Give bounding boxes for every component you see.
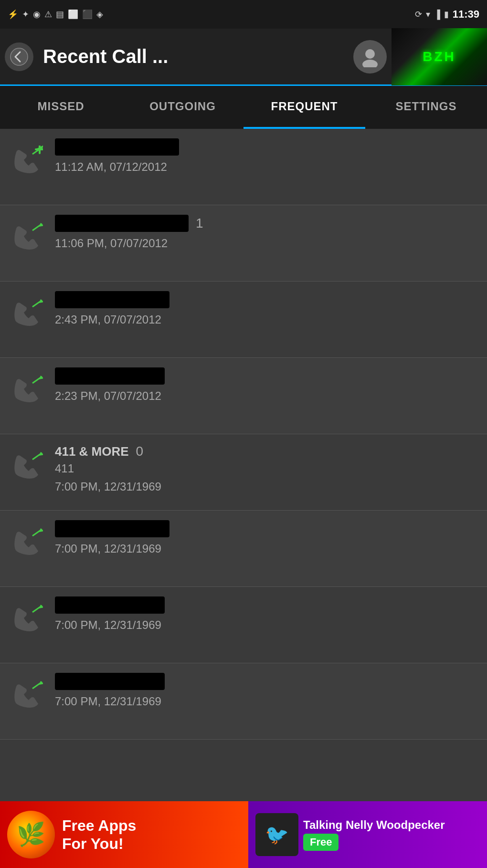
call-outgoing-icon [7, 220, 45, 258]
call-info: 7:00 PM, 12/31/1969 [55, 673, 480, 708]
call-name-redacted [55, 138, 179, 156]
call-info: 7:00 PM, 12/31/1969 [55, 520, 480, 555]
thumbnail-art: BZH [392, 28, 487, 85]
call-timestamp: 7:00 PM, 12/31/1969 [55, 480, 480, 493]
call-outgoing-icon [7, 525, 45, 563]
banner-left-text: Free Apps For You! [62, 816, 136, 853]
call-timestamp: 11:12 AM, 07/12/2012 [55, 160, 480, 174]
signal-bars-icon: ▐ [434, 10, 440, 20]
header-thumbnail: BZH [392, 28, 487, 85]
call-timestamp: 11:06 PM, 07/07/2012 [55, 237, 480, 250]
banner-right-image: 🐦 [255, 813, 298, 856]
call-name-row [55, 673, 480, 690]
bluetooth-icon: ✦ [22, 9, 29, 20]
call-item[interactable]: 7:00 PM, 12/31/1969 [0, 663, 487, 740]
status-time: 11:39 [453, 8, 479, 21]
call-outgoing-icon [7, 678, 45, 716]
banner-right-content: Talking Nelly Woodpecker Free [303, 818, 480, 851]
usb-icon: ⚡ [8, 9, 18, 20]
call-name-redacted [55, 596, 165, 614]
call-list: 11:12 AM, 07/12/2012 1 11:06 PM, 07/07/2… [0, 129, 487, 801]
call-count: 1 [196, 216, 203, 231]
call-item[interactable]: 11:12 AM, 07/12/2012 [0, 129, 487, 205]
tab-settings[interactable]: SETTINGS [365, 86, 487, 129]
banner-right-title: Talking Nelly Woodpecker [303, 818, 480, 832]
call-name-row [55, 520, 480, 537]
call-timestamp: 2:43 PM, 07/07/2012 [55, 313, 480, 326]
call-count: 0 [136, 444, 144, 459]
call-timestamp: 7:00 PM, 12/31/1969 [55, 695, 480, 708]
status-icons-right: ⟳ ▾ ▐ ▮ 11:39 [415, 8, 479, 21]
banner-free-button[interactable]: Free [303, 834, 339, 851]
call-name-row [55, 291, 480, 308]
call-info: 2:23 PM, 07/07/2012 [55, 367, 480, 403]
banner-ad[interactable]: 🌿 Free Apps For You! 🐦 Talking Nelly Woo… [0, 801, 487, 868]
call-name-row [55, 596, 480, 614]
image-icon: ⬜ [68, 9, 78, 20]
call-label: 411 & MORE [55, 444, 129, 459]
status-icons-left: ⚡ ✦ ◉ ⚠ ▤ ⬜ ⬛ ◈ [8, 9, 103, 20]
header: Recent Call ... BZH [0, 29, 487, 86]
app-icon: ◈ [96, 9, 103, 20]
contact-icon-button[interactable] [349, 29, 392, 84]
call-outgoing-icon [7, 601, 45, 639]
back-button[interactable] [0, 29, 38, 84]
call-info: 1 11:06 PM, 07/07/2012 [55, 215, 480, 250]
call-name-row [55, 367, 480, 385]
banner-right[interactable]: 🐦 Talking Nelly Woodpecker Free [248, 801, 487, 868]
call-info: 2:43 PM, 07/07/2012 [55, 291, 480, 326]
alert-icon: ⚠ [44, 9, 52, 20]
contact-avatar [353, 40, 387, 73]
banner-left[interactable]: 🌿 Free Apps For You! [0, 801, 248, 868]
call-outgoing-icon [7, 296, 45, 334]
call-outgoing-icon [7, 449, 45, 487]
svg-point-1 [365, 49, 375, 59]
tab-outgoing[interactable]: OUTGOING [122, 86, 244, 129]
tab-missed[interactable]: MISSED [0, 86, 122, 129]
wifi-icon: ▾ [426, 9, 430, 20]
tab-frequent[interactable]: FREQUENT [244, 86, 365, 129]
page-title: Recent Call ... [38, 46, 349, 67]
call-item[interactable]: 2:43 PM, 07/07/2012 [0, 282, 487, 358]
thumbnail-text: BZH [423, 49, 456, 64]
call-name-row [55, 138, 480, 156]
call-info: 7:00 PM, 12/31/1969 [55, 596, 480, 632]
banner-left-icon: 🌿 [7, 811, 55, 858]
battery-icon: ▮ [444, 9, 449, 20]
svg-point-2 [362, 60, 378, 67]
call-item[interactable]: 1 11:06 PM, 07/07/2012 [0, 205, 487, 282]
call-name-redacted [55, 520, 169, 537]
status-bar: ⚡ ✦ ◉ ⚠ ▤ ⬜ ⬛ ◈ ⟳ ▾ ▐ ▮ 11:39 [0, 0, 487, 29]
back-icon[interactable] [5, 42, 33, 71]
call-outgoing-icon [7, 372, 45, 410]
signal-icon-1: ◉ [33, 9, 41, 20]
tabs-bar: MISSED OUTGOING FREQUENT SETTINGS [0, 86, 487, 129]
call-timestamp: 7:00 PM, 12/31/1969 [55, 618, 480, 632]
call-timestamp: 7:00 PM, 12/31/1969 [55, 542, 480, 555]
call-item[interactable]: 2:23 PM, 07/07/2012 [0, 358, 487, 434]
call-name-redacted [55, 291, 169, 308]
call-info: 411 & MORE 0 411 7:00 PM, 12/31/1969 [55, 444, 480, 493]
sync-icon: ⟳ [415, 9, 422, 20]
call-name-redacted [55, 367, 165, 385]
call-name-row: 1 [55, 215, 480, 232]
bookmark-icon: ⬛ [82, 9, 93, 20]
call-item[interactable]: 7:00 PM, 12/31/1969 [0, 511, 487, 587]
call-name-redacted [55, 215, 189, 232]
call-name-row: 411 & MORE 0 [55, 444, 480, 459]
svg-point-0 [11, 48, 28, 65]
call-timestamp: 2:23 PM, 07/07/2012 [55, 389, 480, 403]
call-name-redacted [55, 673, 165, 690]
call-outgoing-icon [7, 143, 45, 181]
call-number: 411 [55, 462, 480, 475]
call-item[interactable]: 411 & MORE 0 411 7:00 PM, 12/31/1969 [0, 434, 487, 511]
tv-icon: ▤ [56, 9, 64, 20]
call-item[interactable]: 7:00 PM, 12/31/1969 [0, 587, 487, 663]
call-info: 11:12 AM, 07/12/2012 [55, 138, 480, 174]
